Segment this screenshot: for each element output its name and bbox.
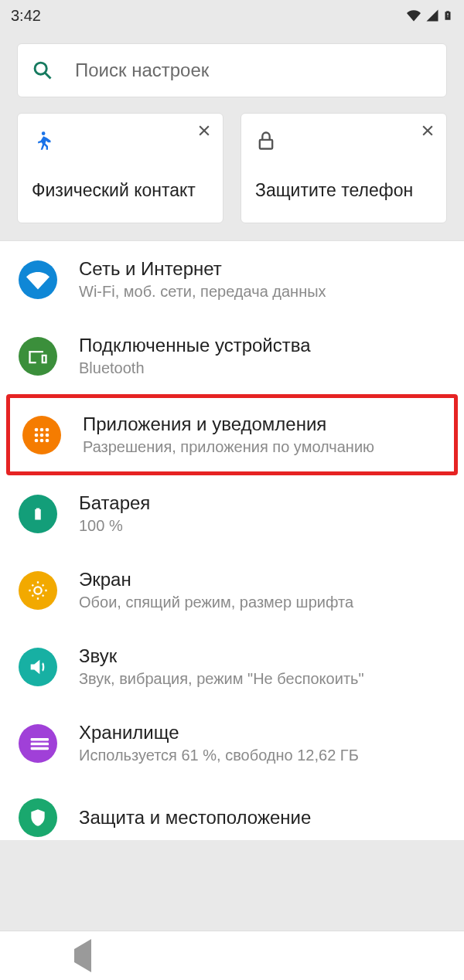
item-subtitle: Звук, вибрация, режим "Не беспокоить"	[79, 670, 364, 688]
item-subtitle: Используется 61 %, свободно 12,62 ГБ	[79, 747, 359, 764]
svg-rect-18	[31, 738, 49, 741]
svg-point-0	[35, 63, 46, 74]
settings-list: Сеть и Интернет Wi-Fi, моб. сети, переда…	[0, 240, 464, 840]
item-subtitle: Wi-Fi, моб. сети, передача данных	[79, 283, 326, 301]
status-indicators	[405, 8, 453, 23]
highlight-annotation: Приложения и уведомления Разрешения, при…	[6, 394, 458, 475]
item-title: Батарея	[79, 492, 150, 514]
item-title: Сеть и Интернет	[79, 258, 326, 280]
volume-icon	[19, 648, 57, 686]
settings-item-network[interactable]: Сеть и Интернет Wi-Fi, моб. сети, переда…	[0, 241, 464, 318]
item-title: Защита и местоположение	[79, 807, 311, 829]
status-bar: 3:42	[0, 0, 464, 31]
close-icon[interactable]	[196, 123, 212, 138]
search-placeholder: Поиск настроек	[75, 60, 209, 81]
person-walk-icon	[32, 128, 209, 154]
apps-icon	[22, 416, 61, 454]
svg-point-10	[46, 427, 49, 431]
card-title: Защитите телефон	[255, 180, 432, 201]
svg-point-17	[34, 587, 41, 594]
lock-icon	[255, 128, 432, 154]
svg-point-16	[46, 438, 49, 442]
wifi-icon	[405, 9, 422, 22]
svg-point-9	[40, 427, 44, 431]
item-title: Хранилище	[79, 722, 359, 744]
svg-rect-20	[31, 747, 49, 750]
wifi-icon	[19, 260, 57, 299]
card-title: Физический контакт	[32, 180, 209, 201]
brightness-icon	[19, 571, 57, 610]
settings-item-apps[interactable]: Приложения и уведомления Разрешения, при…	[10, 398, 454, 471]
svg-point-13	[46, 433, 49, 437]
settings-item-display[interactable]: Экран Обои, спящий режим, размер шрифта	[0, 552, 464, 628]
settings-item-devices[interactable]: Подключенные устройства Bluetooth	[0, 318, 464, 394]
storage-icon	[19, 724, 57, 763]
svg-point-11	[35, 433, 39, 437]
search-icon	[32, 60, 53, 81]
nav-back-button[interactable]	[74, 949, 91, 963]
svg-point-8	[35, 427, 39, 431]
svg-rect-7	[260, 140, 272, 149]
devices-icon	[19, 337, 57, 376]
settings-item-sound[interactable]: Звук Звук, вибрация, режим "Не беспокоит…	[0, 628, 464, 705]
close-icon[interactable]	[420, 123, 435, 138]
settings-item-storage[interactable]: Хранилище Используется 61 %, свободно 12…	[0, 705, 464, 781]
item-subtitle: Bluetooth	[79, 359, 311, 377]
status-time: 3:42	[11, 7, 41, 25]
svg-point-14	[35, 438, 39, 442]
settings-item-security[interactable]: Защита и местоположение	[0, 781, 464, 840]
nav-bar	[0, 931, 464, 980]
item-subtitle: Обои, спящий режим, размер шрифта	[79, 594, 353, 611]
item-subtitle: 100 %	[79, 517, 150, 535]
svg-point-15	[40, 438, 44, 442]
search-input[interactable]: Поиск настроек	[17, 43, 447, 97]
item-title: Приложения и уведомления	[83, 413, 374, 435]
battery-icon	[442, 8, 453, 23]
item-title: Экран	[79, 569, 353, 590]
svg-point-4	[42, 131, 46, 135]
item-subtitle: Разрешения, приложения по умолчанию	[83, 438, 374, 456]
shield-icon	[19, 798, 57, 837]
signal-icon	[425, 9, 439, 22]
card-protect-phone[interactable]: Защитите телефон	[241, 113, 447, 223]
svg-rect-19	[31, 742, 49, 745]
battery-icon	[19, 495, 57, 533]
svg-line-1	[46, 73, 51, 79]
svg-point-12	[40, 433, 44, 437]
settings-item-battery[interactable]: Батарея 100 %	[0, 475, 464, 552]
item-title: Подключенные устройства	[79, 335, 311, 356]
card-physical-contact[interactable]: Физический контакт	[17, 113, 223, 223]
item-title: Звук	[79, 645, 364, 667]
